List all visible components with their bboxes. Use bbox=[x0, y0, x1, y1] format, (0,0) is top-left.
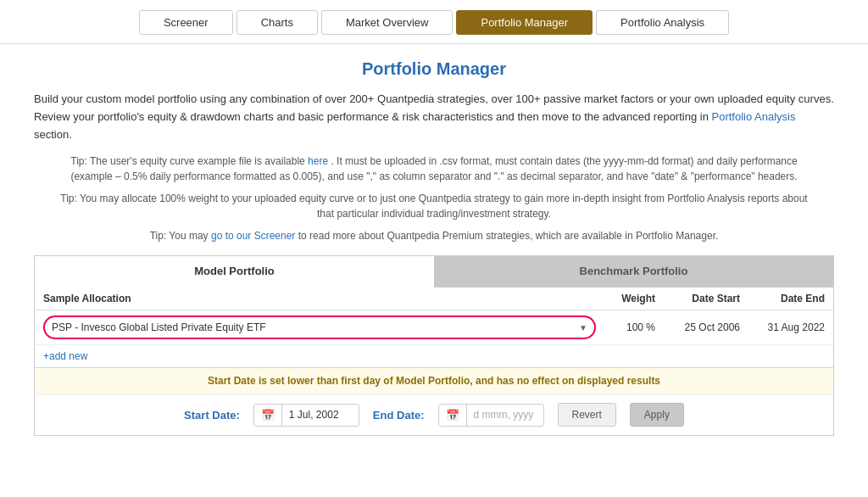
end-date-label: End Date: bbox=[373, 409, 425, 422]
warning-bar: Start Date is set lower than first day o… bbox=[35, 367, 833, 394]
tip3-screener-link[interactable]: go to our Screener bbox=[211, 230, 295, 242]
main-description: Build your custom model portfolio using … bbox=[34, 91, 834, 143]
equity-select-wrapper: PSP - Invesco Global Listed Private Equi… bbox=[43, 316, 596, 339]
tab-screener[interactable]: Screener bbox=[139, 10, 233, 35]
header-date-start: Date Start bbox=[664, 293, 748, 304]
start-date-calendar-icon: 📅 bbox=[254, 405, 282, 426]
page-title: Portfolio Manager bbox=[34, 59, 834, 79]
tab-model-portfolio[interactable]: Model Portfolio bbox=[35, 256, 434, 288]
header-weight: Weight bbox=[596, 293, 664, 304]
apply-button[interactable]: Apply bbox=[630, 403, 684, 427]
start-date-input[interactable] bbox=[282, 405, 359, 425]
start-date-input-wrapper: 📅 bbox=[253, 404, 359, 427]
table-header: Sample Allocation Weight Date Start Date… bbox=[35, 288, 833, 310]
add-new-link[interactable]: +add new bbox=[35, 345, 96, 367]
tip2: Tip: You may allocate 100% weight to you… bbox=[34, 191, 834, 221]
end-date-input[interactable] bbox=[467, 405, 543, 425]
date-controls: Start Date: 📅 End Date: 📅 Revert Apply bbox=[35, 394, 833, 435]
tab-benchmark-portfolio[interactable]: Benchmark Portfolio bbox=[434, 256, 833, 288]
tab-charts[interactable]: Charts bbox=[236, 10, 318, 35]
table-row: PSP - Invesco Global Listed Private Equi… bbox=[35, 310, 833, 345]
portfolio-section: Model Portfolio Benchmark Portfolio Samp… bbox=[34, 255, 834, 436]
row-weight: 100 % bbox=[596, 321, 664, 333]
tab-portfolio-manager[interactable]: Portfolio Manager bbox=[456, 10, 593, 35]
row-date-start: 25 Oct 2006 bbox=[664, 321, 748, 333]
end-date-input-wrapper: 📅 bbox=[438, 404, 544, 427]
tip1-link[interactable]: here bbox=[308, 155, 328, 167]
end-date-calendar-icon: 📅 bbox=[439, 405, 467, 426]
tip3: Tip: You may go to our Screener to read … bbox=[34, 228, 834, 243]
tab-portfolio-analysis[interactable]: Portfolio Analysis bbox=[596, 10, 729, 35]
top-nav: Screener Charts Market Overview Portfoli… bbox=[0, 0, 868, 44]
equity-select[interactable]: PSP - Invesco Global Listed Private Equi… bbox=[43, 316, 596, 339]
portfolio-analysis-link[interactable]: Portfolio Analysis bbox=[712, 110, 796, 123]
start-date-label: Start Date: bbox=[184, 409, 240, 422]
header-sample-allocation: Sample Allocation bbox=[43, 293, 596, 304]
main-content: Portfolio Manager Build your custom mode… bbox=[0, 44, 868, 453]
portfolio-tabs: Model Portfolio Benchmark Portfolio bbox=[35, 256, 833, 288]
header-date-end: Date End bbox=[748, 293, 825, 304]
revert-button[interactable]: Revert bbox=[558, 403, 616, 427]
row-date-end: 31 Aug 2022 bbox=[748, 321, 825, 333]
tip1: Tip: The user's equity curve example fil… bbox=[34, 154, 834, 184]
tab-market-overview[interactable]: Market Overview bbox=[321, 10, 453, 35]
